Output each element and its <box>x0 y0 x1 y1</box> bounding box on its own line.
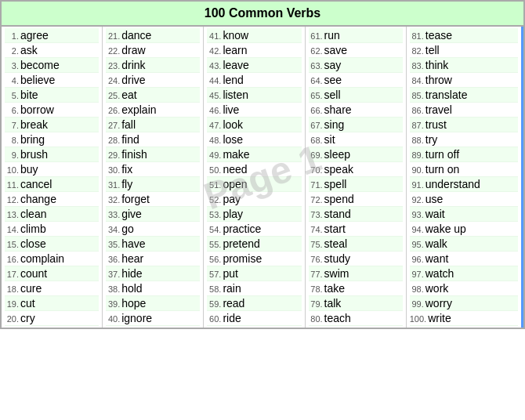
table-row: 7.break <box>5 118 99 132</box>
verb-word: bite <box>20 89 38 101</box>
table-row: 74.start <box>309 222 403 237</box>
table-row: 3.become <box>5 58 99 73</box>
row-number: 83. <box>410 61 424 71</box>
row-number: 27. <box>106 121 120 130</box>
verb-word: want <box>425 252 449 265</box>
row-number: 46. <box>207 106 221 115</box>
verb-word: become <box>20 59 60 71</box>
verb-word: leave <box>223 59 248 71</box>
table-row: 6.borrow <box>5 103 99 118</box>
row-number: 99. <box>410 299 424 309</box>
column-5: 81.tease82.tell83.think84.throw85.transl… <box>407 27 523 328</box>
verb-word: count <box>20 267 47 280</box>
table-row: 62.save <box>309 43 403 58</box>
table-row: 92.use <box>410 192 518 207</box>
table-row: 36.hear <box>106 252 200 266</box>
verb-word: complain <box>20 252 64 265</box>
table-row: 91.understand <box>410 177 518 192</box>
table-row: 80.teach <box>309 311 403 326</box>
row-number: 68. <box>309 136 323 145</box>
table-row: 100.write <box>410 311 518 326</box>
verb-word: ask <box>20 44 38 56</box>
table-row: 44.lend <box>207 73 301 88</box>
table-row: 57.put <box>207 266 301 281</box>
table-row: 47.look <box>207 118 301 132</box>
row-number: 91. <box>410 180 424 190</box>
row-number: 25. <box>106 91 120 100</box>
verb-word: rain <box>223 282 241 295</box>
table-row: 5.bite <box>5 88 99 103</box>
verb-word: change <box>20 193 56 205</box>
verb-word: sit <box>324 133 335 146</box>
table-row: 31.fly <box>106 177 200 192</box>
verb-word: give <box>121 208 142 220</box>
row-number: 10. <box>5 165 19 175</box>
table-row: 85.translate <box>410 88 518 103</box>
row-number: 57. <box>207 270 221 279</box>
row-number: 4. <box>5 76 19 85</box>
verb-word: fall <box>121 118 136 131</box>
table-row: 78.take <box>309 281 403 296</box>
verb-word: close <box>20 237 46 250</box>
verb-word: promise <box>223 252 262 265</box>
column-3: 41.know42.learn43.leave44.lend45.listen4… <box>204 27 305 328</box>
verb-word: fix <box>121 163 132 176</box>
verb-word: trust <box>425 118 447 131</box>
verb-word: pay <box>223 193 241 205</box>
row-number: 20. <box>5 314 19 324</box>
table-row: 87.trust <box>410 118 518 132</box>
verb-word: sleep <box>324 148 350 161</box>
row-number: 86. <box>410 106 424 115</box>
table-row: 53.play <box>207 207 301 222</box>
table-row: 93.wait <box>410 207 518 222</box>
row-number: 21. <box>106 31 120 41</box>
row-number: 52. <box>207 195 221 205</box>
table-row: 18.cure <box>5 281 99 296</box>
row-number: 39. <box>106 299 120 309</box>
row-number: 38. <box>106 284 120 294</box>
row-number: 96. <box>410 255 424 264</box>
row-number: 37. <box>106 270 120 279</box>
table-row: 55.pretend <box>207 237 301 252</box>
table-row: 97.watch <box>410 266 518 281</box>
verb-word: forget <box>121 193 150 205</box>
row-number: 79. <box>309 299 323 309</box>
column-2: 21.dance22.draw23.drink24.drive25.eat26.… <box>103 27 204 328</box>
table-row: 72.spend <box>309 192 403 207</box>
row-number: 34. <box>106 225 120 234</box>
title-bar: 100 Common Verbs <box>2 2 523 27</box>
verb-word: finish <box>121 148 147 161</box>
verb-word: pretend <box>223 237 259 250</box>
verb-word: work <box>425 282 449 295</box>
row-number: 95. <box>410 240 424 249</box>
row-number: 58. <box>207 284 221 294</box>
row-number: 84. <box>410 76 424 85</box>
verb-word: need <box>223 163 247 176</box>
verb-word: make <box>223 148 249 161</box>
verb-word: hope <box>121 297 146 310</box>
table-row: 64.see <box>309 73 403 88</box>
row-number: 17. <box>5 270 19 279</box>
verb-word: teach <box>324 312 351 324</box>
row-number: 61. <box>309 31 323 41</box>
verb-word: save <box>324 44 348 56</box>
verb-word: understand <box>425 178 480 190</box>
verb-word: walk <box>425 237 447 250</box>
table-row: 84.throw <box>410 73 518 88</box>
table-row: 17.count <box>5 266 99 281</box>
main-container: 100 Common Verbs Page 1 1.agree2.ask3.be… <box>0 0 525 329</box>
verb-word: write <box>428 312 451 324</box>
page-title: 100 Common Verbs <box>205 6 321 20</box>
row-number: 76. <box>309 255 323 264</box>
table-row: 52.pay <box>207 192 301 207</box>
verb-word: brush <box>20 148 48 161</box>
table-row: 86.travel <box>410 103 518 118</box>
row-number: 77. <box>309 270 323 279</box>
row-number: 23. <box>106 61 120 71</box>
row-number: 42. <box>207 46 221 56</box>
row-number: 54. <box>207 225 221 234</box>
verb-word: lose <box>223 133 243 146</box>
row-number: 63. <box>309 61 323 71</box>
verb-word: eat <box>121 89 136 101</box>
table-row: 82.tell <box>410 43 518 58</box>
